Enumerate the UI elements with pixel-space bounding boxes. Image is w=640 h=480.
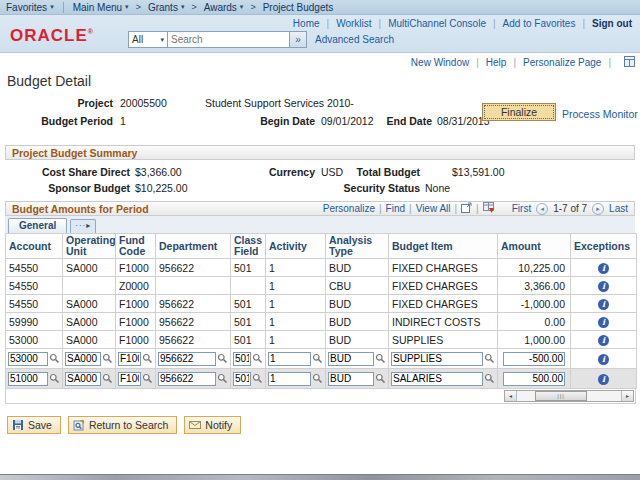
cell-amount: 1,000.00 xyxy=(498,331,571,349)
lookup-icon[interactable] xyxy=(142,373,153,384)
grid-section-header: Budget Amounts for Period Personalize Fi… xyxy=(5,201,635,216)
info-icon[interactable] xyxy=(598,299,609,310)
return-to-search-button[interactable]: Return to Search xyxy=(68,416,177,434)
cell-budget-item: INDIRECT COSTS xyxy=(389,313,498,331)
amount-input[interactable] xyxy=(503,372,565,386)
department-input[interactable] xyxy=(158,352,216,366)
column-header-department[interactable]: Department xyxy=(156,234,231,259)
budget-item-input[interactable] xyxy=(391,352,483,366)
activity-input[interactable] xyxy=(268,372,311,386)
lookup-icon[interactable] xyxy=(375,373,386,384)
analysis-type-input[interactable] xyxy=(328,372,374,386)
layout-icon[interactable] xyxy=(624,56,635,69)
nav-link-worklist[interactable]: Worklist xyxy=(336,18,371,29)
info-icon[interactable] xyxy=(598,263,609,274)
department-input[interactable] xyxy=(158,372,216,386)
personalize-page-link[interactable]: Personalize Page xyxy=(523,57,601,68)
search-input[interactable] xyxy=(168,31,290,48)
operating-unit-input[interactable] xyxy=(65,352,101,366)
scroll-thumb[interactable]: ||| xyxy=(535,391,587,401)
fund-code-input[interactable] xyxy=(118,372,141,386)
chevron-down-icon xyxy=(240,3,244,11)
column-header-exceptions[interactable]: Exceptions xyxy=(571,234,637,259)
column-header-operating-unit[interactable]: Operating Unit xyxy=(63,234,116,259)
advanced-search-link[interactable]: Advanced Search xyxy=(315,34,394,45)
finalize-button[interactable]: Finalize xyxy=(482,103,556,121)
save-button[interactable]: Save xyxy=(7,416,61,434)
search-scope-select[interactable]: All xyxy=(128,31,168,48)
show-all-columns-icon[interactable]: ···▸ xyxy=(70,219,96,233)
lookup-icon[interactable] xyxy=(375,353,386,364)
process-monitor-link[interactable]: Process Monitor xyxy=(562,108,638,120)
operating-unit-input[interactable] xyxy=(65,372,101,386)
search-go-button[interactable]: » xyxy=(290,31,307,48)
lookup-icon[interactable] xyxy=(102,373,113,384)
nav-link-home[interactable]: Home xyxy=(293,18,320,29)
column-header-account[interactable]: Account xyxy=(6,234,63,259)
last-link[interactable]: Last xyxy=(609,203,628,214)
analysis-type-input[interactable] xyxy=(328,352,374,366)
info-icon[interactable] xyxy=(598,281,609,292)
column-header-class-field[interactable]: Class Field xyxy=(231,234,266,259)
info-icon[interactable] xyxy=(598,354,609,365)
view-all-link[interactable]: View All xyxy=(416,203,451,214)
action-bar: Save Return to Search Notify xyxy=(7,416,635,434)
amount-input[interactable] xyxy=(503,352,565,366)
column-header-activity[interactable]: Activity xyxy=(266,234,326,259)
sign-out-link[interactable]: Sign out xyxy=(592,18,632,29)
breadcrumb-item-awards[interactable]: Awards xyxy=(204,2,244,13)
scroll-left-button[interactable]: ◂ xyxy=(505,391,517,401)
column-header-fund-code[interactable]: Fund Code xyxy=(116,234,156,259)
cell-exceptions xyxy=(571,313,637,331)
previous-page-button[interactable] xyxy=(536,203,548,215)
breadcrumb-item-main-menu[interactable]: Main Menu xyxy=(73,2,129,13)
lookup-icon[interactable] xyxy=(312,373,323,384)
fund-code-input[interactable] xyxy=(118,352,141,366)
lookup-icon[interactable] xyxy=(217,353,228,364)
column-header-amount[interactable]: Amount xyxy=(498,234,571,259)
class-field-input[interactable] xyxy=(233,352,251,366)
lookup-icon[interactable] xyxy=(49,353,60,364)
lookup-icon[interactable] xyxy=(484,353,495,364)
nav-link-add-to-favorites[interactable]: Add to Favorites xyxy=(503,18,576,29)
new-window-link[interactable]: New Window xyxy=(411,57,469,68)
info-icon[interactable] xyxy=(598,374,609,385)
breadcrumb-item-grants[interactable]: Grants xyxy=(148,2,185,13)
lookup-icon[interactable] xyxy=(312,353,323,364)
activity-input[interactable] xyxy=(268,352,311,366)
personalize-link[interactable]: Personalize xyxy=(323,203,375,214)
nav-link-multichannel-console[interactable]: MultiChannel Console xyxy=(388,18,486,29)
breadcrumb-separator-icon xyxy=(136,2,141,12)
favorites-menu[interactable]: Favorites xyxy=(6,2,54,13)
scroll-track[interactable]: ||| xyxy=(517,391,621,401)
help-link[interactable]: Help xyxy=(486,57,507,68)
lookup-icon[interactable] xyxy=(217,373,228,384)
find-link[interactable]: Find xyxy=(386,203,405,214)
lookup-icon[interactable] xyxy=(252,373,263,384)
next-page-button[interactable] xyxy=(592,203,604,215)
first-link[interactable]: First xyxy=(512,203,531,214)
column-header-analysis-type[interactable]: Analysis Type xyxy=(326,234,389,259)
notify-button[interactable]: Notify xyxy=(184,416,241,434)
lookup-icon[interactable] xyxy=(102,353,113,364)
zoom-grid-icon[interactable] xyxy=(461,202,472,215)
column-header-budget-item[interactable]: Budget Item xyxy=(389,234,498,259)
cell-fund-code xyxy=(116,369,156,389)
account-input[interactable] xyxy=(8,352,48,366)
download-icon[interactable] xyxy=(483,202,494,215)
cell-department: 956622 xyxy=(156,313,231,331)
budget-item-input[interactable] xyxy=(391,372,483,386)
cell-budget-item xyxy=(389,349,498,369)
tab-general[interactable]: General xyxy=(8,218,67,233)
scroll-right-button[interactable]: ▸ xyxy=(621,391,633,401)
info-icon[interactable] xyxy=(598,317,609,328)
info-icon[interactable] xyxy=(598,335,609,346)
lookup-icon[interactable] xyxy=(49,373,60,384)
lookup-icon[interactable] xyxy=(484,373,495,384)
lookup-icon[interactable] xyxy=(252,353,263,364)
account-input[interactable] xyxy=(8,372,48,386)
hscrollbar[interactable]: ◂ ||| ▸ xyxy=(504,390,634,402)
cell-activity xyxy=(266,349,326,369)
class-field-input[interactable] xyxy=(233,372,251,386)
lookup-icon[interactable] xyxy=(142,353,153,364)
